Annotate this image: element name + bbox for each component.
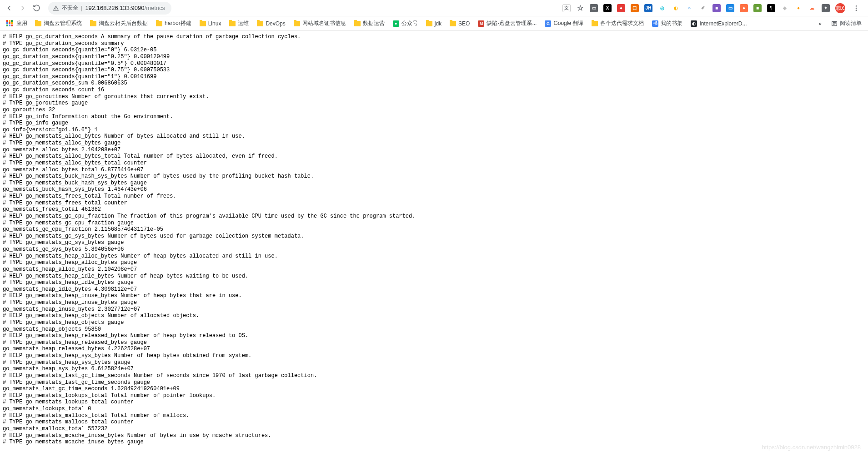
extension-icon[interactable]: ● [740, 4, 748, 12]
extension-icon[interactable]: ◎ [658, 4, 666, 12]
bookmark-item[interactable]: M缺陷-迅盘云管理系... [475, 18, 540, 29]
folder-icon [90, 21, 96, 26]
folder-icon [35, 21, 41, 26]
bookmark-item[interactable]: DevOps [254, 19, 288, 28]
extension-icon[interactable]: ✦ [822, 4, 830, 12]
svg-point-2 [856, 10, 857, 11]
bookmark-label: 淘盘云管理系统 [44, 20, 82, 27]
bookmarks-bar: 应用 淘盘云管理系统淘盘云相关后台数据harbor搭建Linux运维DevOps… [0, 16, 868, 31]
folder-icon [156, 21, 162, 26]
bookmark-item[interactable]: 各个迭代需求文档 [588, 18, 647, 29]
extension-icon[interactable]: JH [644, 4, 652, 12]
folder-icon [200, 21, 206, 26]
translate-icon[interactable]: 文 [562, 4, 571, 12]
folder-icon [450, 21, 456, 26]
bookmark-label: DevOps [266, 20, 285, 27]
bookmark-item[interactable]: ◐InternetExplorerD... [687, 19, 750, 28]
extension-icon[interactable]: ▭ [726, 4, 734, 12]
extension-icon[interactable]: ☁ [808, 4, 816, 12]
security-label: 不安全 [62, 4, 78, 12]
forward-button[interactable] [17, 3, 28, 14]
favicon: ◐ [691, 20, 697, 27]
extension-icon[interactable]: ¶ [767, 4, 775, 12]
bookmark-label: 缺陷-迅盘云管理系... [487, 20, 537, 27]
bookmark-item[interactable]: SEO [447, 19, 473, 28]
bookmark-item[interactable]: harbor搭建 [153, 18, 195, 29]
bookmarks-overflow[interactable]: » [815, 19, 825, 28]
extension-icon[interactable]: ● [794, 4, 803, 12]
bookmark-item[interactable]: GGoogle 翻译 [542, 18, 587, 29]
back-button[interactable] [4, 3, 15, 14]
favicon: M [478, 20, 484, 27]
toolbar-right: 文 ☆ ▭X●口JH◎◐○✐■▭●■¶◆●☁✦ 志民 [562, 3, 864, 14]
reload-button[interactable] [31, 3, 42, 14]
bookmark-label: 数据运营 [363, 20, 385, 27]
extension-icon[interactable]: ◆ [781, 4, 789, 12]
address-bar[interactable]: 不安全 | 192.168.226.133:9090/metrics [48, 2, 171, 15]
folder-icon [294, 21, 300, 26]
bookmark-item[interactable]: jdk [423, 19, 445, 28]
not-secure-icon [53, 5, 59, 11]
extension-icon[interactable]: ■ [712, 4, 721, 12]
extension-icon[interactable]: ○ [685, 4, 693, 12]
browser-toolbar: 不安全 | 192.168.226.133:9090/metrics 文 ☆ ▭… [0, 0, 868, 16]
extension-icon[interactable]: ▭ [590, 4, 598, 12]
apps-button[interactable]: 应用 [4, 19, 30, 28]
bookmark-item[interactable]: 书我的书架 [649, 18, 686, 29]
bookmark-label: InternetExplorerD... [699, 20, 747, 27]
folder-icon [229, 21, 236, 26]
favicon: G [545, 20, 551, 27]
favicon: 书 [652, 20, 658, 27]
extension-icon[interactable]: X [603, 4, 612, 12]
bookmark-item[interactable]: 运维 [226, 18, 252, 29]
extension-icon[interactable]: ✐ [699, 4, 707, 12]
reading-list-icon [831, 20, 838, 27]
url-text: 192.168.226.133:9090/metrics [85, 5, 167, 11]
extension-icon[interactable]: ◐ [672, 4, 680, 12]
bookmark-item[interactable]: 网站域名证书信息 [291, 18, 349, 29]
reading-list-label: 阅读清单 [840, 20, 862, 27]
folder-icon [426, 21, 432, 26]
svg-point-1 [856, 7, 857, 9]
separator: | [81, 5, 82, 11]
bookmark-label: 淘盘云相关后台数据 [99, 20, 148, 27]
bookmark-label: 各个迭代需求文档 [600, 20, 644, 27]
folder-icon [257, 21, 263, 26]
bookmark-label: 运维 [238, 20, 249, 27]
profile-avatar[interactable]: 志民 [835, 3, 845, 13]
menu-button[interactable] [851, 3, 862, 14]
metrics-output: # HELP go_gc_duration_seconds A summary … [0, 31, 868, 457]
watermark: https://blog.csdn.net/wangzhimin0928 [762, 444, 861, 451]
apps-label: 应用 [16, 20, 27, 27]
bookmark-label: jdk [435, 20, 442, 27]
favicon: ● [393, 20, 399, 27]
bookmark-item[interactable]: 淘盘云相关后台数据 [87, 18, 151, 29]
bookmark-item[interactable]: ●公众号 [390, 18, 421, 29]
bookmark-label: 我的书架 [661, 20, 682, 27]
bookmark-label: 网站域名证书信息 [302, 20, 346, 27]
extension-icon[interactable]: ■ [753, 4, 762, 12]
bookmark-star-icon[interactable]: ☆ [576, 4, 584, 12]
reading-list-button[interactable]: 阅读清单 [828, 18, 864, 29]
bookmark-label: SEO [458, 20, 470, 27]
folder-icon [592, 21, 598, 26]
apps-icon [6, 20, 14, 27]
folder-icon [354, 21, 361, 26]
bookmark-label: 公众号 [401, 20, 418, 27]
bookmark-label: Linux [208, 20, 221, 27]
bookmark-label: harbor搭建 [165, 20, 191, 27]
svg-point-0 [856, 5, 857, 7]
bookmark-item[interactable]: 淘盘云管理系统 [32, 18, 85, 29]
bookmark-label: Google 翻译 [553, 20, 583, 27]
bookmark-item[interactable]: Linux [196, 19, 225, 28]
extension-icon[interactable]: 口 [631, 4, 639, 12]
extension-icon[interactable]: ● [617, 4, 625, 12]
bookmark-item[interactable]: 数据运营 [351, 18, 388, 29]
